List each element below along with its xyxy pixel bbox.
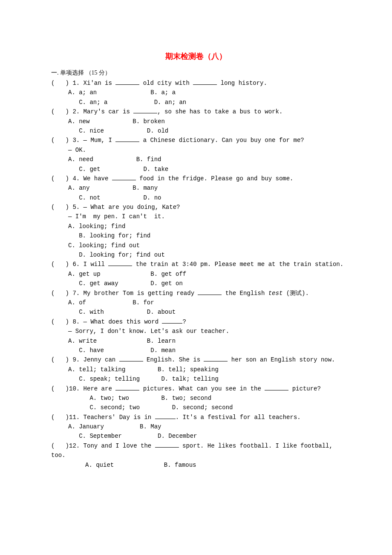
answer-blank[interactable] <box>115 136 139 142</box>
stem-text: ( )12. Tony and I love the <box>51 442 155 449</box>
stem-text: the English <box>222 290 268 297</box>
answer-blank[interactable] <box>193 78 217 85</box>
answer-blank[interactable] <box>198 289 222 295</box>
stem-text: pictures. What can you see in the <box>139 385 265 392</box>
answer-blank[interactable] <box>108 260 132 266</box>
answer-blank[interactable] <box>115 78 139 85</box>
sub-line: too. <box>51 451 341 460</box>
sub-text: — I'm <box>68 213 89 220</box>
option-row: C. with D. about <box>51 307 341 317</box>
sub-text: my pen. I can't <box>89 213 150 220</box>
stem-text: sport. He likes football. I like footbal… <box>179 442 333 449</box>
option-row: C. have D. mean <box>51 346 341 355</box>
stem-text: picture? <box>288 385 321 392</box>
option-row: A. get up B. get off <box>51 269 341 279</box>
stem-text: . It's a festival for all teachers. <box>176 414 301 421</box>
question-6: ( ) 6. I will the train at 3:40 pm. Plea… <box>51 260 341 288</box>
question-8: ( ) 8. — What does this word ? — Sorry, … <box>51 317 341 356</box>
option-row: C. an; a D. an; an <box>51 98 341 107</box>
answer-blank[interactable] <box>155 441 179 448</box>
option-row: A. write B. learn <box>51 336 341 346</box>
stem-text: long history. <box>217 80 267 87</box>
question-12: ( )12. Tony and I love the sport. He lik… <box>51 441 341 470</box>
option-row: A. two; two B. two; second <box>51 393 341 403</box>
stem-text: ( )10. Here are <box>51 385 115 392</box>
option-row: B. looking for; find <box>51 231 341 240</box>
option-row: C. speak; telling D. talk; telling <box>51 374 341 384</box>
answer-blank[interactable] <box>119 355 143 361</box>
question-11: ( )11. Teachers' Day is in . It's a fest… <box>51 413 341 441</box>
stem-text: old city with <box>139 80 193 87</box>
sub-text: it. <box>150 213 165 220</box>
option-row: A. tell; talking B. tell; speaking <box>51 365 341 374</box>
stem-text: ( )11. Teachers' Day is in <box>51 414 155 421</box>
option-row: A. a; an B. a; a <box>51 88 341 97</box>
stem-text: ( ) 3. — Mum, I <box>51 137 115 144</box>
stem-text: ( ) 9. Jenny can <box>51 356 119 363</box>
stem-text: (测试). <box>282 290 309 297</box>
question-7: ( ) 7. My brother Tom is getting ready t… <box>51 289 341 317</box>
sub-line: — OK. <box>51 145 341 155</box>
option-row: A. need B. find <box>51 155 341 164</box>
question-5: ( ) 5. — What are you doing, Kate? — I'm… <box>51 202 341 260</box>
question-9: ( ) 9. Jenny can English. She is her son… <box>51 355 341 384</box>
answer-blank[interactable] <box>265 384 288 390</box>
answer-blank[interactable] <box>162 317 182 324</box>
answer-blank[interactable] <box>112 174 136 180</box>
stem-text: ( ) 1. Xi'an is <box>51 80 115 87</box>
stem-text: ( ) 5. — What are you doing, Kate? <box>51 202 341 212</box>
answer-blank[interactable] <box>204 355 228 361</box>
option-row: A. of B. for <box>51 298 341 307</box>
option-row: C. get D. take <box>51 165 341 174</box>
sub-line: — Sorry, I don't know. Let's ask our tea… <box>51 327 341 336</box>
stem-text: her son an English story now. <box>228 356 335 363</box>
answer-blank[interactable] <box>115 384 139 390</box>
option-row: A. January B. May <box>51 422 341 431</box>
section-heading: 一. 单项选择 （15 分） <box>51 69 341 77</box>
option-row: C. second; two D. second; second <box>51 403 341 412</box>
stem-text: a Chinese dictionary. Can you buy one fo… <box>139 137 304 144</box>
stem-text: ( ) 4. We have <box>51 175 112 182</box>
option-row: D. looking for; find out <box>51 250 341 260</box>
italic-word: test <box>268 290 283 297</box>
stem-text: ( ) 6. I will <box>51 261 108 268</box>
stem-text: ( ) 2. Mary's car is <box>51 108 133 115</box>
option-row: A. new B. broken <box>51 117 341 126</box>
stem-text: ( ) 7. My brother Tom is getting ready <box>51 290 198 297</box>
option-row: C. get away D. get on <box>51 279 341 288</box>
option-row: C. looking; find out <box>51 241 341 250</box>
option-row: C. nice D. old <box>51 126 341 136</box>
question-4: ( ) 4. We have food in the fridge. Pleas… <box>51 174 341 202</box>
option-row: A. looking; find <box>51 222 341 231</box>
answer-blank[interactable] <box>133 107 157 113</box>
stem-text: ? <box>182 318 186 325</box>
question-2: ( ) 2. Mary's car is , so she has to tak… <box>51 107 341 136</box>
question-1: ( ) 1. Xi'an is old city with long histo… <box>51 78 341 107</box>
question-3: ( ) 3. — Mum, I a Chinese dictionary. Ca… <box>51 136 341 174</box>
option-row: C. September D. December <box>51 431 341 441</box>
page-title: 期末检测卷（八） <box>51 51 341 61</box>
answer-blank[interactable] <box>155 413 176 419</box>
stem-text: food in the fridge. Please go and buy so… <box>136 175 294 182</box>
option-row: A. any B. many <box>51 183 341 193</box>
stem-text: , so she has to take a bus to work. <box>157 108 282 115</box>
option-row: A. quiet B. famous <box>51 460 341 470</box>
stem-text: ( ) 8. — What does this word <box>51 318 162 325</box>
stem-text: English. She is <box>143 356 204 363</box>
stem-text: the train at 3:40 pm. Please meet me at … <box>132 261 343 268</box>
question-10: ( )10. Here are pictures. What can you s… <box>51 384 341 413</box>
document-page: 期末检测卷（八） 一. 单项选择 （15 分） ( ) 1. Xi'an is … <box>0 0 392 495</box>
option-row: C. not D. no <box>51 193 341 202</box>
